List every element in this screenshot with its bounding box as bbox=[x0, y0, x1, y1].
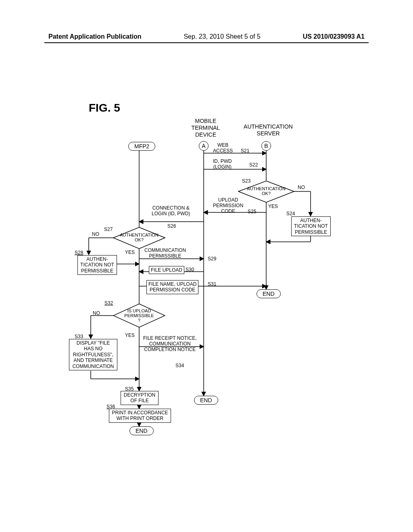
label-conn-login: CONNECTION &LOGIN (ID, PWD) bbox=[152, 206, 190, 217]
step-s22: S22 bbox=[249, 162, 258, 168]
step-s25: S25 bbox=[248, 209, 256, 214]
box-s35: DECRYPTIONOF FILE bbox=[121, 391, 159, 405]
header-right: US 2010/0239093 A1 bbox=[303, 33, 365, 40]
step-s26: S26 bbox=[167, 223, 176, 229]
terminator-mfp2: MFP2 bbox=[128, 142, 155, 151]
diamond-s23: AUTHENTICATIONOK? bbox=[245, 186, 287, 196]
step-s24: S24 bbox=[286, 211, 295, 216]
step-s36: S36 bbox=[106, 404, 115, 409]
header-left: Patent Application Publication bbox=[48, 33, 142, 40]
step-s31: S31 bbox=[208, 281, 216, 287]
connector-lines bbox=[0, 113, 413, 476]
header-center: Sep. 23, 2010 Sheet 5 of 5 bbox=[184, 33, 260, 40]
box-s28: AUTHEN-TICATION NOTPERMISSIBLE bbox=[77, 255, 117, 275]
s23-no: NO bbox=[298, 185, 305, 190]
s32-yes: YES bbox=[125, 332, 135, 338]
step-s35: S35 bbox=[125, 386, 133, 392]
box-s33: DISPLAY "FILEHAS NORIGHTFULNESS",AND TER… bbox=[69, 339, 117, 370]
label-file-upload: FILE UPLOAD bbox=[149, 266, 184, 274]
label-id-pwd: ID, PWD(LOGIN) bbox=[213, 159, 232, 170]
label-web-access: WEBACCESS bbox=[213, 143, 233, 154]
terminator-end-a: END bbox=[194, 396, 218, 405]
label-file-name: FILE NAME, UPLOADPERMISSION CODE bbox=[146, 280, 198, 294]
diamond-s27: AUTHENTICATIONOK? bbox=[118, 233, 160, 242]
s27-no: NO bbox=[92, 231, 99, 237]
heading-mobile: MOBILETERMINALDEVICE bbox=[188, 118, 224, 138]
step-s32: S32 bbox=[104, 300, 113, 306]
label-upload-perm: UPLOADPERMISSIONCODE bbox=[213, 197, 243, 214]
label-comm-perm: COMMUNICATIONPERMISSIBLE bbox=[144, 248, 186, 259]
header-divider bbox=[44, 42, 369, 43]
step-s21: S21 bbox=[241, 148, 249, 154]
step-s28: S28 bbox=[75, 250, 83, 256]
step-s27: S27 bbox=[104, 227, 113, 232]
s23-yes: YES bbox=[268, 204, 278, 209]
connector-a: A bbox=[199, 141, 209, 151]
step-s33: S33 bbox=[75, 334, 83, 339]
s32-no: NO bbox=[93, 310, 100, 316]
diamond-s32: IS UPLOADPERMISSIBLE? bbox=[122, 308, 156, 323]
flowchart-diagram: MOBILETERMINALDEVICE AUTHENTICATIONSERVE… bbox=[0, 113, 413, 476]
box-s36: PRINT IN ACCORDANCEWITH PRINT ORDER bbox=[109, 409, 171, 423]
step-s30: S30 bbox=[186, 267, 194, 272]
step-s34: S34 bbox=[175, 363, 184, 368]
step-s29: S29 bbox=[208, 256, 216, 262]
terminator-end-mfp: END bbox=[129, 426, 154, 435]
heading-auth: AUTHENTICATIONSERVER bbox=[240, 123, 296, 137]
step-s23: S23 bbox=[242, 178, 250, 184]
s27-yes: YES bbox=[125, 249, 135, 255]
terminator-end-b: END bbox=[257, 289, 281, 298]
box-s24: AUTHEN-TICATION NOTPERMISSIBLE bbox=[291, 216, 331, 236]
label-file-receipt: FILE RECEIPT NOTICE,COMMUNICATIONCOMPLET… bbox=[143, 336, 196, 352]
connector-b: B bbox=[261, 141, 271, 151]
